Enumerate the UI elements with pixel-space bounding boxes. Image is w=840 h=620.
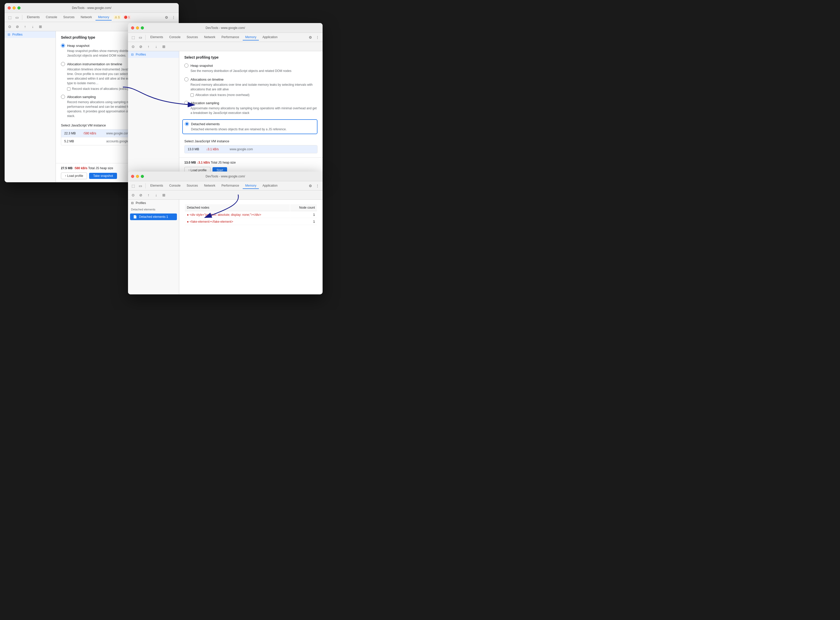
cursor-icon-3[interactable]: ⬚ bbox=[130, 183, 136, 189]
alloc-timeline-label-2[interactable]: Allocations on timeline bbox=[184, 77, 318, 81]
vm-row-2a[interactable]: 13.0 MB ↓3.1 kB/s www.google.com bbox=[185, 145, 317, 153]
sidebar-profiles-label-2: Profiles bbox=[136, 53, 146, 56]
upload-icon-3[interactable]: ↑ bbox=[145, 192, 152, 198]
tab-console-1[interactable]: Console bbox=[43, 14, 60, 21]
alloc-timeline-radio-1[interactable] bbox=[61, 62, 65, 66]
record-icon-1[interactable]: ⊙ bbox=[7, 24, 13, 30]
upload-icon-2[interactable]: ↑ bbox=[145, 44, 152, 50]
main-scroll-2[interactable]: Select profiling type Heap snapshot See … bbox=[179, 51, 322, 157]
take-snapshot-button-1[interactable]: Take snapshot bbox=[89, 173, 117, 179]
error-badge-1: 🔴 1 bbox=[123, 15, 131, 19]
minimize-button-3[interactable] bbox=[136, 175, 139, 178]
maximize-button-2[interactable] bbox=[141, 26, 144, 29]
tab-application-2[interactable]: Application bbox=[260, 34, 280, 41]
tab-elements-2[interactable]: Elements bbox=[148, 34, 166, 41]
option-heap-2: Heap snapshot See the memory distributio… bbox=[184, 63, 318, 73]
tab-performance-3[interactable]: Performance bbox=[219, 183, 242, 189]
record-icon-2[interactable]: ⊙ bbox=[130, 44, 136, 50]
collect-icon-1[interactable]: ⊞ bbox=[38, 24, 44, 30]
heap-label-2[interactable]: Heap snapshot bbox=[184, 63, 318, 68]
maximize-button[interactable] bbox=[17, 6, 21, 9]
tab-performance-2[interactable]: Performance bbox=[219, 34, 242, 41]
tab-console-2[interactable]: Console bbox=[167, 34, 183, 41]
record-icon-3[interactable]: ⊙ bbox=[130, 192, 136, 198]
sidebar-item-profiles-2[interactable]: ⊟ Profiles bbox=[128, 51, 179, 58]
secondary-toolbar-2: ⊙ ⊘ ↑ ↓ ⊞ bbox=[128, 42, 322, 51]
detached-text-2: Detached elements bbox=[191, 122, 220, 126]
sidebar-item-profiles-3[interactable]: ⊟ Profiles bbox=[128, 200, 179, 206]
device-icon-3[interactable]: ▭ bbox=[137, 183, 143, 189]
close-button-3[interactable] bbox=[131, 175, 134, 178]
minimize-button[interactable] bbox=[12, 6, 16, 9]
tab-application-3[interactable]: Application bbox=[260, 183, 280, 189]
clear-icon-1[interactable]: ⊘ bbox=[14, 24, 21, 30]
more-icon-1[interactable]: ⋮ bbox=[170, 14, 177, 21]
sidebar-item-profiles-1[interactable]: ⊟ Profiles bbox=[5, 31, 56, 38]
settings-icon-1[interactable]: ⚙ bbox=[163, 14, 170, 21]
collect-icon-2[interactable]: ⊞ bbox=[161, 44, 167, 50]
clear-icon-2[interactable]: ⊘ bbox=[138, 44, 144, 50]
tab-memory-1[interactable]: Memory bbox=[95, 14, 111, 21]
settings-icon-3[interactable]: ⚙ bbox=[307, 183, 313, 189]
detached-desc-2: Detached elements shows objects that are… bbox=[185, 127, 315, 132]
main-toolbar-3: ⬚ ▭ Elements Console Sources Network Per… bbox=[128, 181, 322, 190]
load-profile-button-1[interactable]: ↑ Load profile bbox=[61, 173, 87, 179]
title-bar-1: DevTools - www.google.com/ bbox=[5, 3, 179, 13]
secondary-toolbar-3: ⊙ ⊘ ↑ ↓ ⊞ bbox=[128, 190, 322, 200]
more-icon-2[interactable]: ⋮ bbox=[315, 34, 321, 41]
maximize-button-3[interactable] bbox=[141, 175, 144, 178]
vm-url-2a: www.google.com bbox=[230, 147, 314, 151]
detached-radio-2[interactable] bbox=[185, 122, 189, 126]
main-scroll-3[interactable]: Detached nodes Node count ● <div style="… bbox=[179, 200, 322, 294]
footer-size-1: 27.5 MB bbox=[61, 166, 72, 170]
tab-elements-1[interactable]: Elements bbox=[24, 14, 42, 21]
sampling-label-2[interactable]: Allocation sampling bbox=[184, 101, 318, 105]
main-toolbar-1: ⬚ ▭ Elements Console Sources Network Mem… bbox=[5, 13, 179, 22]
clear-icon-3[interactable]: ⊘ bbox=[138, 192, 144, 198]
tab-network-2[interactable]: Network bbox=[202, 34, 218, 41]
alloc-timeline-radio-2[interactable] bbox=[184, 77, 188, 81]
detached-node-count-1: 1 bbox=[291, 212, 317, 218]
footer-rate-2: ↓3.1 kB/s bbox=[197, 161, 210, 164]
cursor-icon[interactable]: ⬚ bbox=[7, 14, 13, 21]
device-icon-2[interactable]: ▭ bbox=[137, 34, 143, 41]
detached-label-2[interactable]: Detached elements bbox=[185, 122, 315, 126]
heap-text-2: Heap snapshot bbox=[190, 64, 213, 68]
detached-node-row-1[interactable]: ● <div style="position: absolute; displa… bbox=[185, 212, 317, 218]
sampling-radio-1[interactable] bbox=[61, 95, 65, 99]
download-icon-1[interactable]: ↓ bbox=[30, 24, 36, 30]
minimize-button-2[interactable] bbox=[136, 26, 139, 29]
detached-node-row-2[interactable]: ● <fake-element></fake-element> 1 bbox=[185, 218, 317, 225]
tab-console-3[interactable]: Console bbox=[167, 183, 183, 189]
alloc-stack-traces-checkbox-2[interactable] bbox=[190, 93, 194, 97]
tab-memory-3[interactable]: Memory bbox=[243, 183, 259, 189]
alloc-timeline-text-2: Allocations on timeline bbox=[190, 78, 223, 81]
sampling-radio-2[interactable] bbox=[184, 101, 188, 105]
footer-stats-2: 13.0 MB ↓3.1 kB/s Total JS heap size bbox=[184, 161, 318, 164]
tab-sources-3[interactable]: Sources bbox=[184, 183, 200, 189]
heap-radio-1[interactable] bbox=[61, 44, 65, 48]
heap-radio-2[interactable] bbox=[184, 63, 188, 68]
tab-network-3[interactable]: Network bbox=[202, 183, 218, 189]
stack-traces-checkbox-1[interactable] bbox=[67, 87, 71, 90]
device-icon[interactable]: ▭ bbox=[14, 14, 20, 21]
tab-sources-2[interactable]: Sources bbox=[184, 34, 200, 41]
more-icon-3[interactable]: ⋮ bbox=[315, 183, 321, 189]
tab-elements-3[interactable]: Elements bbox=[148, 183, 166, 189]
download-icon-2[interactable]: ↓ bbox=[153, 44, 159, 50]
close-button-2[interactable] bbox=[131, 26, 134, 29]
traffic-lights-3 bbox=[131, 175, 144, 178]
tab-sources-1[interactable]: Sources bbox=[61, 14, 77, 21]
collect-icon-3[interactable]: ⊞ bbox=[161, 192, 167, 198]
close-button[interactable] bbox=[8, 6, 11, 9]
settings-icon-2[interactable]: ⚙ bbox=[307, 34, 313, 41]
detached-table: Detached nodes Node count ● <div style="… bbox=[184, 204, 318, 226]
tab-memory-2[interactable]: Memory bbox=[243, 34, 259, 41]
upload-icon-1[interactable]: ↑ bbox=[22, 24, 28, 30]
sampling-text-2: Allocation sampling bbox=[190, 101, 219, 105]
heap-desc-2: See the memory distribution of JavaScrip… bbox=[184, 69, 318, 73]
tab-network-1[interactable]: Network bbox=[78, 14, 95, 21]
download-icon-3[interactable]: ↓ bbox=[153, 192, 159, 198]
cursor-icon-2[interactable]: ⬚ bbox=[130, 34, 136, 41]
sidebar-item-detached-1[interactable]: 📄 Detached elements 1 bbox=[130, 214, 177, 220]
